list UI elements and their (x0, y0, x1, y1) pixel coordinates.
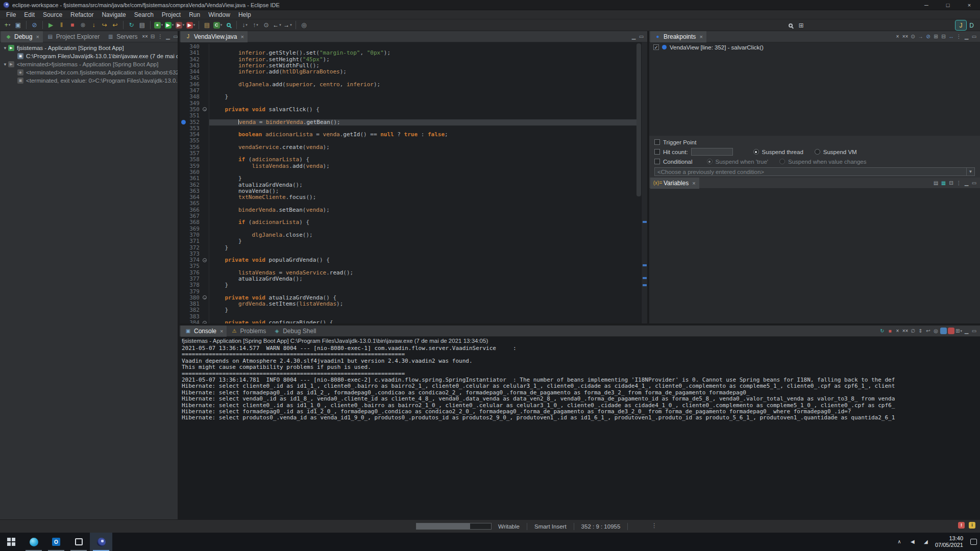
annotation-ruler[interactable] (180, 226, 188, 232)
refresh-console-icon[interactable]: ↻ (878, 327, 886, 335)
minimize-view-icon[interactable]: ▁ (963, 327, 970, 335)
tab-vendaview-java[interactable]: JVendaView.java× (181, 31, 248, 42)
annotation-ruler[interactable] (180, 138, 188, 144)
fold-ruler[interactable] (202, 320, 209, 323)
line-number[interactable]: 352 (188, 119, 202, 126)
fold-ruler[interactable] (202, 314, 209, 320)
app-window-icon[interactable] (67, 533, 90, 551)
tab-servers[interactable]: ▥Servers (103, 31, 141, 42)
twistie-icon[interactable]: ▼ (2, 62, 8, 67)
fold-ruler[interactable] (202, 226, 209, 232)
line-number[interactable]: 341 (188, 50, 202, 56)
terminate-icon[interactable]: ■ (886, 327, 894, 335)
line-number[interactable]: 371 (188, 238, 202, 244)
code-editor[interactable]: 340341 inferior.getStyle().set("margin-t… (180, 42, 647, 323)
close-tab-icon[interactable]: × (36, 34, 39, 40)
start-button[interactable] (0, 533, 22, 551)
fold-ruler[interactable] (202, 50, 209, 56)
console-tab-icon[interactable]: ▣ (184, 328, 192, 335)
fold-ruler[interactable] (202, 126, 209, 132)
last-edit-location-icon[interactable]: ⊙ (261, 20, 272, 30)
fold-ruler[interactable] (202, 194, 209, 201)
minimize-view-icon[interactable]: ▁ (164, 33, 172, 40)
run-icon[interactable]: ▶▾ (164, 20, 175, 30)
suspend-when-value-changes-radio[interactable] (779, 159, 785, 164)
scroll-lock-icon[interactable]: ⇕ (917, 327, 924, 335)
fold-ruler[interactable] (202, 144, 209, 151)
line-number[interactable]: 358 (188, 157, 202, 163)
annotation-ruler[interactable] (180, 169, 188, 176)
next-annotation-icon[interactable]: ↓▾ (239, 20, 250, 30)
code-line[interactable]: 364 txtNomeCliente.focus(); (180, 194, 647, 201)
code-line[interactable]: 347 (180, 88, 647, 94)
annotation-ruler[interactable] (180, 88, 188, 94)
code-line[interactable]: 353 (180, 126, 647, 132)
code-line[interactable]: 351 (180, 113, 647, 119)
menu-edit[interactable]: Edit (20, 10, 39, 19)
code-line[interactable]: 362 atualizaGrdVenda(); (180, 182, 647, 188)
code-line[interactable]: 374 private void populaGrdVenda() { (180, 257, 647, 263)
debug-tree-item[interactable]: ▣<terminated, exit value: 0>C:\Program F… (0, 77, 178, 85)
breakpoint-item[interactable]: ✓ VendaView [line: 352] - salvarClick() (649, 42, 980, 51)
fold-ruler[interactable] (202, 176, 209, 182)
link-with-debug-icon[interactable]: ↔ (947, 33, 955, 40)
quick-search-icon[interactable] (223, 20, 234, 30)
status-overflow-icon[interactable]: ⋮ (651, 522, 657, 529)
skip-all-breakpoints-icon[interactable]: ⊘ (924, 33, 932, 40)
pin-console-icon[interactable]: ◎ (932, 327, 940, 335)
code-line[interactable]: 356 vendaService.create(venda); (180, 144, 647, 151)
annotation-ruler[interactable] (180, 194, 188, 201)
view-menu-icon[interactable]: ⋮ (955, 33, 963, 40)
tab-console[interactable]: ▣Console× (181, 325, 227, 337)
code-line[interactable]: 357 (180, 151, 647, 157)
code-line[interactable]: 343 inferior.setWidthFull(); (180, 63, 647, 69)
fold-ruler[interactable] (202, 301, 209, 307)
fold-ruler[interactable] (202, 207, 209, 213)
code-line[interactable]: 346 dlgJanela.add(superior, centro, infe… (180, 82, 647, 88)
open-console-icon[interactable]: ⊞▾ (955, 327, 963, 335)
variables-tab-icon[interactable]: (x)= (654, 180, 662, 187)
maximize-button[interactable]: □ (937, 0, 959, 10)
maximize-view-icon[interactable]: ▭ (970, 33, 978, 40)
line-number[interactable]: 355 (188, 138, 202, 144)
breakpoints-tab-icon[interactable]: ● (654, 33, 662, 41)
annotation-ruler[interactable] (180, 232, 188, 238)
word-wrap-icon[interactable]: ↩ (924, 327, 932, 335)
line-number[interactable]: 345 (188, 75, 202, 81)
maximize-view-icon[interactable]: ▭ (970, 327, 978, 335)
fold-ruler[interactable] (202, 169, 209, 176)
outlook-icon[interactable]: O (45, 533, 67, 551)
code-line[interactable]: 352 venda = binderVenda.getBean(); (180, 119, 647, 126)
annotation-ruler[interactable] (180, 176, 188, 182)
fold-ruler[interactable] (202, 201, 209, 207)
save-icon[interactable]: ▣ (13, 20, 23, 30)
collapse-all-icon[interactable]: ⊟ (947, 179, 955, 187)
annotation-ruler[interactable] (180, 282, 188, 288)
skip-all-breakpoints-icon[interactable]: ⊘ (29, 20, 40, 30)
overview-ruler[interactable] (641, 42, 647, 323)
fold-ruler[interactable] (202, 232, 209, 238)
new-java-project-icon[interactable]: ▤ (202, 20, 212, 30)
step-return-icon[interactable]: ↩ (110, 20, 120, 30)
annotation-ruler[interactable] (180, 219, 188, 226)
code-line[interactable]: 383 (180, 314, 647, 320)
problems-tab-icon[interactable]: ⚠ (230, 328, 238, 335)
menu-window[interactable]: Window (204, 10, 234, 19)
tab-debug[interactable]: ◆Debug× (1, 31, 43, 42)
breakpoint-enabled-checkbox[interactable]: ✓ (653, 44, 659, 50)
step-into-icon[interactable]: ↓ (88, 20, 99, 30)
suspend-icon[interactable]: ‖ (56, 20, 67, 30)
line-number[interactable]: 361 (188, 176, 202, 182)
code-line[interactable]: 340 (180, 44, 647, 50)
new-wizard-icon[interactable]: +▾ (2, 20, 13, 30)
fold-ruler[interactable] (202, 119, 209, 126)
expand-all-icon[interactable]: ⊞ (932, 33, 940, 40)
menu-help[interactable]: Help (234, 10, 255, 19)
annotation-ruler[interactable] (180, 270, 188, 276)
fold-ruler[interactable] (202, 88, 209, 94)
collapse-fold-icon[interactable] (203, 107, 207, 111)
remove-all-terminated-icon[interactable]: ×× (141, 33, 149, 40)
fold-ruler[interactable] (202, 251, 209, 257)
combo-dropdown-icon[interactable]: ▼ (966, 168, 974, 176)
annotation-ruler[interactable] (180, 101, 188, 107)
